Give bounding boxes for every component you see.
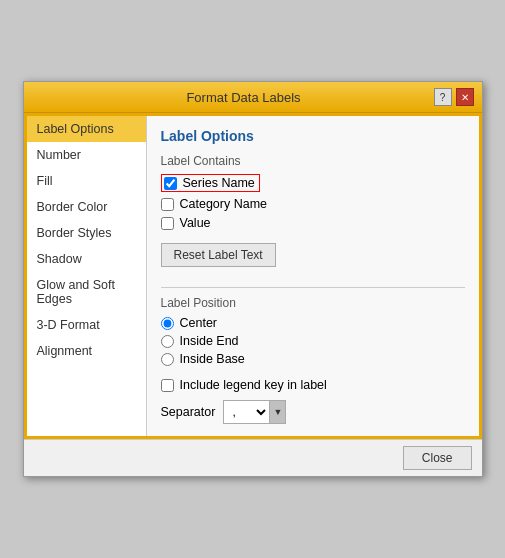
sidebar-item-glow-soft-edges[interactable]: Glow and Soft Edges bbox=[27, 272, 146, 312]
sidebar: Label Options Number Fill Border Color B… bbox=[27, 116, 147, 436]
value-label: Value bbox=[180, 216, 211, 230]
category-name-checkbox[interactable] bbox=[161, 198, 174, 211]
reset-label-text-button[interactable]: Reset Label Text bbox=[161, 243, 276, 267]
sidebar-item-number[interactable]: Number bbox=[27, 142, 146, 168]
help-button[interactable]: ? bbox=[434, 88, 452, 106]
position-inside-base-row: Inside Base bbox=[161, 352, 465, 366]
main-content: Label Options Label Contains Series Name… bbox=[147, 116, 479, 436]
label-position-section: Label Position bbox=[161, 296, 465, 310]
title-bar-controls: ? ✕ bbox=[434, 88, 474, 106]
series-name-label: Series Name bbox=[183, 176, 255, 190]
label-contains-section: Label Contains bbox=[161, 154, 465, 168]
include-legend-row: Include legend key in label bbox=[161, 378, 465, 392]
sidebar-item-fill[interactable]: Fill bbox=[27, 168, 146, 194]
dialog-footer: Close bbox=[24, 439, 482, 476]
position-center-radio[interactable] bbox=[161, 317, 174, 330]
separator-label: Separator bbox=[161, 405, 216, 419]
series-name-highlight: Series Name bbox=[161, 174, 260, 192]
series-name-row: Series Name bbox=[161, 174, 465, 192]
position-inside-end-label: Inside End bbox=[180, 334, 239, 348]
sidebar-item-border-color[interactable]: Border Color bbox=[27, 194, 146, 220]
sidebar-item-3d-format[interactable]: 3-D Format bbox=[27, 312, 146, 338]
separator-select-wrapper: , ; New Line ▼ bbox=[223, 400, 286, 424]
separator-select[interactable]: , ; New Line bbox=[224, 402, 269, 422]
main-title: Label Options bbox=[161, 128, 465, 144]
select-arrow-icon: ▼ bbox=[269, 401, 285, 423]
title-bar: Format Data Labels ? ✕ bbox=[24, 82, 482, 113]
close-title-button[interactable]: ✕ bbox=[456, 88, 474, 106]
position-center-row: Center bbox=[161, 316, 465, 330]
position-radio-group: Center Inside End Inside Base bbox=[161, 316, 465, 366]
position-center-label: Center bbox=[180, 316, 218, 330]
sidebar-item-shadow[interactable]: Shadow bbox=[27, 246, 146, 272]
close-button[interactable]: Close bbox=[403, 446, 472, 470]
position-inside-end-radio[interactable] bbox=[161, 335, 174, 348]
value-checkbox[interactable] bbox=[161, 217, 174, 230]
series-name-checkbox[interactable] bbox=[164, 177, 177, 190]
format-data-labels-dialog: Format Data Labels ? ✕ Label Options Num… bbox=[23, 81, 483, 477]
sidebar-item-border-styles[interactable]: Border Styles bbox=[27, 220, 146, 246]
position-inside-end-row: Inside End bbox=[161, 334, 465, 348]
divider bbox=[161, 287, 465, 288]
value-row: Value bbox=[161, 216, 465, 230]
separator-row: Separator , ; New Line ▼ bbox=[161, 400, 465, 424]
include-legend-label: Include legend key in label bbox=[180, 378, 327, 392]
position-inside-base-radio[interactable] bbox=[161, 353, 174, 366]
include-legend-checkbox[interactable] bbox=[161, 379, 174, 392]
dialog-body: Label Options Number Fill Border Color B… bbox=[24, 113, 482, 439]
sidebar-item-alignment[interactable]: Alignment bbox=[27, 338, 146, 364]
category-name-row: Category Name bbox=[161, 197, 465, 211]
sidebar-item-label-options[interactable]: Label Options bbox=[27, 116, 146, 142]
position-inside-base-label: Inside Base bbox=[180, 352, 245, 366]
category-name-label: Category Name bbox=[180, 197, 268, 211]
dialog-title: Format Data Labels bbox=[54, 90, 434, 105]
